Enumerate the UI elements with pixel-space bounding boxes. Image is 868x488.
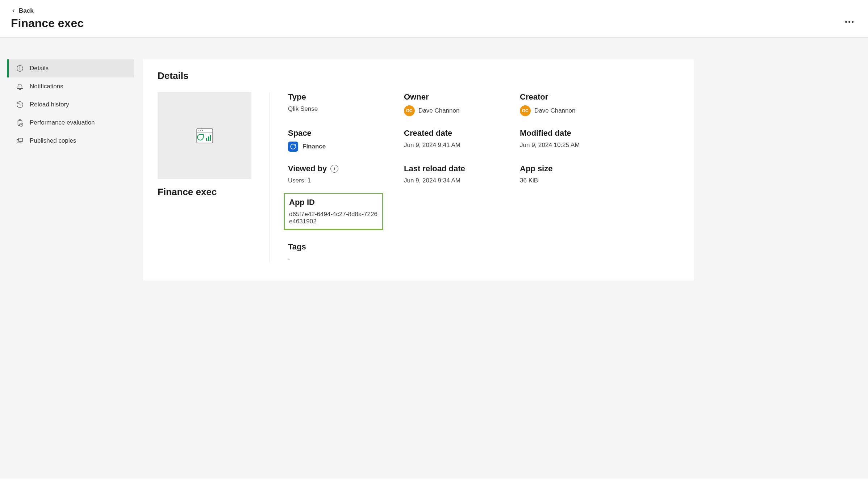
created-value: Jun 9, 2024 9:41 AM bbox=[404, 142, 509, 149]
sidebar-item-notifications[interactable]: Notifications bbox=[7, 77, 134, 96]
svg-rect-7 bbox=[18, 138, 22, 142]
page-header: Back Finance exec bbox=[0, 0, 868, 38]
back-label: Back bbox=[19, 7, 34, 14]
svg-point-2 bbox=[20, 67, 20, 67]
history-icon bbox=[16, 101, 24, 109]
svg-rect-15 bbox=[210, 135, 211, 141]
app-thumbnail bbox=[158, 92, 251, 179]
app-name: Finance exec bbox=[158, 186, 251, 198]
sidebar-item-label: Performance evaluation bbox=[30, 119, 95, 126]
tags-label: Tags bbox=[288, 242, 393, 252]
svg-point-10 bbox=[198, 130, 199, 131]
sidebar-item-reload-history[interactable]: Reload history bbox=[7, 96, 134, 114]
owner-avatar: DC bbox=[404, 105, 415, 116]
app-id-highlight: App ID d65f7e42-6494-4c27-8d8a-7226e4631… bbox=[284, 193, 383, 230]
chevron-left-icon bbox=[11, 8, 16, 13]
back-button[interactable]: Back bbox=[11, 7, 34, 14]
copies-icon bbox=[16, 137, 24, 145]
bell-icon bbox=[16, 83, 24, 91]
viewed-by-label: Viewed by i bbox=[288, 164, 393, 173]
viewed-by-value: Users: 1 bbox=[288, 177, 393, 184]
space-name[interactable]: Finance bbox=[302, 143, 326, 150]
owner-label: Owner bbox=[404, 92, 509, 102]
modified-label: Modified date bbox=[520, 129, 625, 138]
app-id-value: d65f7e42-6494-4c27-8d8a-7226e4631902 bbox=[289, 211, 378, 225]
clipboard-check-icon bbox=[16, 119, 24, 127]
sidebar-item-published-copies[interactable]: Published copies bbox=[7, 132, 134, 150]
space-icon bbox=[288, 142, 298, 152]
page-title: Finance exec bbox=[11, 17, 84, 30]
sidebar-item-label: Details bbox=[30, 65, 49, 72]
owner-name: Dave Channon bbox=[418, 107, 459, 114]
sidebar: Details Notifications Reload history Per… bbox=[7, 59, 134, 150]
svg-rect-13 bbox=[206, 138, 207, 141]
creator-name: Dave Channon bbox=[534, 107, 575, 114]
sidebar-item-performance[interactable]: Performance evaluation bbox=[7, 114, 134, 132]
app-size-label: App size bbox=[520, 164, 625, 173]
type-value: Qlik Sense bbox=[288, 105, 393, 113]
details-panel: Details bbox=[143, 59, 694, 281]
sidebar-item-details[interactable]: Details bbox=[7, 59, 134, 77]
last-reload-label: Last reload date bbox=[404, 164, 509, 173]
creator-label: Creator bbox=[520, 92, 625, 102]
space-label: Space bbox=[288, 129, 393, 138]
svg-point-11 bbox=[200, 130, 201, 131]
app-size-value: 36 KiB bbox=[520, 177, 625, 184]
more-actions-button[interactable] bbox=[842, 18, 857, 26]
app-thumbnail-icon bbox=[194, 125, 216, 147]
modified-value: Jun 9, 2024 10:25 AM bbox=[520, 142, 625, 149]
creator-avatar: DC bbox=[520, 105, 531, 116]
sidebar-item-label: Published copies bbox=[30, 137, 76, 144]
sidebar-item-label: Reload history bbox=[30, 101, 69, 108]
svg-rect-14 bbox=[208, 136, 209, 141]
tags-value: - bbox=[288, 255, 393, 262]
sidebar-item-label: Notifications bbox=[30, 83, 63, 90]
last-reload-value: Jun 9, 2024 9:34 AM bbox=[404, 177, 509, 184]
created-label: Created date bbox=[404, 129, 509, 138]
svg-point-12 bbox=[202, 130, 203, 131]
type-label: Type bbox=[288, 92, 393, 102]
viewed-by-info-icon[interactable]: i bbox=[330, 165, 338, 173]
app-id-label: App ID bbox=[289, 198, 378, 207]
section-title: Details bbox=[158, 70, 679, 81]
info-icon bbox=[16, 64, 24, 72]
